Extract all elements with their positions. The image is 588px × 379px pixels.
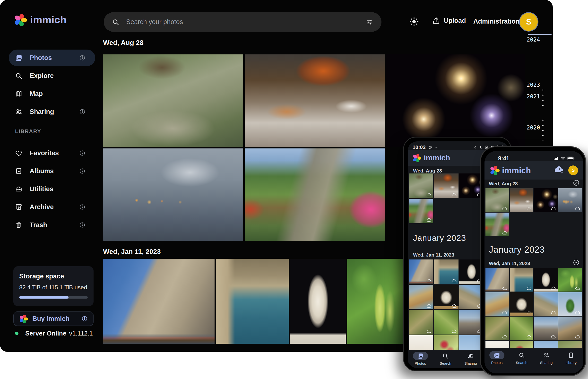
immich-flower-icon [490,165,500,175]
sidebar-item-label: Photos [30,54,52,62]
sidebar-item-albums[interactable]: Albums [9,163,95,179]
thumb-marble-sculpture[interactable] [510,292,533,316]
photo-marble-bust[interactable] [290,259,346,344]
user-avatar[interactable]: S [568,165,578,175]
thumb-church-tower[interactable] [534,316,558,340]
photo-zoo-monkeys[interactable] [103,54,243,147]
thumb-garden-path[interactable] [485,213,509,236]
info-icon[interactable] [79,204,85,210]
sidebar-item-map[interactable]: Map [9,85,95,102]
app-logo[interactable]: immich [14,14,66,26]
thumb-beach-cliff[interactable] [409,285,433,309]
cloud-sync-icon [427,193,432,197]
thumb-zoo-monkeys[interactable] [409,174,433,198]
thumb-grid-aug2 [485,213,582,236]
user-avatar[interactable]: S [520,13,538,31]
sidebar-item-photos[interactable]: Photos [9,49,95,66]
thumb-garden-path[interactable] [409,199,433,223]
photo-sea-grape-plant[interactable] [347,259,404,344]
nav-item-search[interactable]: Search [434,352,456,365]
toolbox-icon [15,185,22,193]
server-status-label: Server Online [25,330,66,337]
photo-fireworks[interactable] [386,54,525,147]
thumb-wooden-house[interactable] [558,316,582,340]
thumb-holding-hands[interactable] [558,188,582,212]
nav-item-search[interactable]: Search [511,351,533,365]
search-input[interactable] [126,18,366,26]
thumb-zoo-monkeys[interactable] [485,188,509,212]
sidebar-item-archive[interactable]: Archive [9,199,95,215]
info-icon[interactable] [79,55,85,61]
nav-item-photos[interactable]: Photos [409,352,431,365]
sidebar-item-sharing[interactable]: Sharing [9,104,95,120]
photo-fortress-walls[interactable] [103,259,215,344]
sidebar-item-label: Albums [30,167,54,175]
photo-row [103,54,525,147]
thumb-fortress-walls[interactable] [409,259,433,284]
sidebar-item-label: Archive [30,203,54,211]
cloud-sync-icon [526,206,532,210]
select-all-icon[interactable] [573,259,579,266]
thumb-lizard-closeup[interactable] [409,310,433,334]
info-icon[interactable] [79,150,85,156]
thumb-marble-bust[interactable] [534,268,558,292]
sidebar-item-trash[interactable]: Trash [9,217,95,233]
trash-icon [15,221,22,229]
timeline-year-2024[interactable]: 2024 [525,36,542,43]
cloud-sync-icon [575,311,580,314]
select-all-icon[interactable] [573,180,579,186]
thumb-ruined-wall[interactable] [534,292,558,316]
thumb-coastal-town[interactable] [510,268,533,292]
buy-immich-button[interactable]: Buy Immich [13,312,94,326]
info-icon[interactable] [79,222,85,228]
nav-label: Photos [414,361,426,365]
thumb-autumn-dinner[interactable] [510,188,533,212]
month-header: January 2023 [413,233,466,243]
thumb-beach-cliff[interactable] [485,292,509,316]
nav-item-photos[interactable]: Photos [486,351,508,365]
nav-item-sharing[interactable]: Sharing [535,351,557,365]
thumb-lizard-closeup[interactable] [485,316,509,340]
timeline-year-2021[interactable]: 2021 [525,93,542,100]
thumb-sea-grapes[interactable] [558,268,582,292]
thumb-fortress-walls[interactable] [485,268,509,292]
storage-title: Storage space [19,273,88,280]
cloud-sync-icon [551,335,556,339]
upload-button[interactable]: Upload [432,16,466,25]
thumb-autumn-dinner[interactable] [434,174,459,198]
info-icon[interactable] [81,316,88,322]
photo-holding-hands[interactable] [103,148,243,241]
cloud-sync-icon [551,311,556,314]
timeline-year-2023[interactable]: 2023 [525,82,542,88]
thumb-marble-sculpture[interactable] [434,285,459,309]
sidebar-item-utilities[interactable]: Utilities [9,181,95,197]
search-bar[interactable] [104,12,381,32]
immich-flower-icon [19,314,28,323]
nav-item-library[interactable]: Library [560,351,582,365]
photo-coastal-town[interactable] [216,259,289,344]
search-filter-icon[interactable] [366,18,373,26]
storage-progress-fill [19,296,68,299]
timeline-scrub-indicator[interactable] [528,34,552,35]
sidebar-item-label: Map [30,90,43,98]
thumb-coastal-town[interactable] [434,259,459,284]
administration-link[interactable]: Administration [473,18,520,25]
photo-garden-path-flowers[interactable] [245,148,385,241]
cloud-sync-icon [526,286,532,290]
thumb-fireworks[interactable] [534,188,558,212]
sidebar-item-favorites[interactable]: Favorites [9,145,95,161]
upload-label: Upload [444,17,466,25]
thumb-green-tree[interactable] [558,292,582,316]
cloud-sync-icon [502,335,508,339]
thumb-lizard-moss[interactable] [434,310,459,334]
cloud-backup-icon[interactable] [554,166,564,174]
map-icon [15,90,22,97]
nav-item-sharing[interactable]: Sharing [460,352,482,365]
sidebar-item-explore[interactable]: Explore [9,67,95,84]
theme-toggle-button[interactable] [409,16,419,27]
photo-autumn-dinner-table[interactable] [245,54,385,147]
thumb-lizard-moss[interactable] [510,316,533,340]
info-icon[interactable] [79,168,85,174]
info-icon[interactable] [79,109,85,115]
timeline-year-2020[interactable]: 2020 [525,124,542,131]
